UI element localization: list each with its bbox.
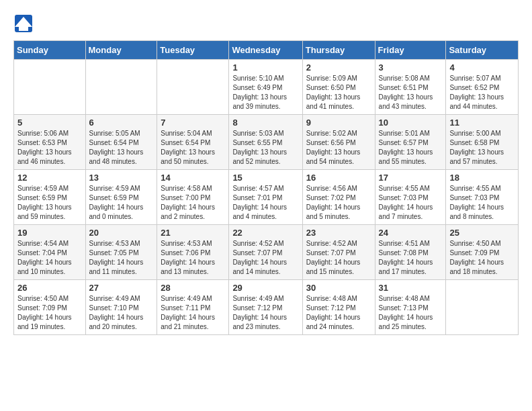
day-cell	[446, 280, 519, 335]
day-info: Sunrise: 4:59 AM Sunset: 6:59 PM Dayligh…	[17, 185, 72, 220]
day-number: 26	[17, 283, 82, 293]
day-cell: 2Sunrise: 5:09 AM Sunset: 6:50 PM Daylig…	[302, 60, 375, 115]
logo-icon	[13, 13, 34, 34]
day-info: Sunrise: 5:00 AM Sunset: 6:58 PM Dayligh…	[449, 130, 504, 165]
day-cell: 30Sunrise: 4:48 AM Sunset: 7:12 PM Dayli…	[302, 280, 375, 335]
day-cell	[157, 60, 229, 115]
day-info: Sunrise: 5:07 AM Sunset: 6:52 PM Dayligh…	[449, 75, 504, 110]
day-info: Sunrise: 4:55 AM Sunset: 7:03 PM Dayligh…	[449, 185, 504, 220]
day-number: 10	[379, 118, 443, 128]
day-number: 6	[89, 118, 154, 128]
day-number: 5	[17, 118, 82, 128]
day-number: 11	[449, 118, 515, 128]
day-cell: 31Sunrise: 4:48 AM Sunset: 7:13 PM Dayli…	[375, 280, 446, 335]
header-cell-sunday: Sunday	[14, 41, 86, 60]
day-cell: 24Sunrise: 4:51 AM Sunset: 7:08 PM Dayli…	[375, 225, 446, 280]
day-cell: 14Sunrise: 4:58 AM Sunset: 7:00 PM Dayli…	[157, 170, 229, 225]
page-header	[13, 13, 519, 34]
header-cell-monday: Monday	[85, 41, 157, 60]
day-info: Sunrise: 5:05 AM Sunset: 6:54 PM Dayligh…	[89, 130, 144, 165]
day-info: Sunrise: 4:48 AM Sunset: 7:13 PM Dayligh…	[379, 295, 433, 330]
day-info: Sunrise: 4:50 AM Sunset: 7:09 PM Dayligh…	[449, 240, 504, 275]
day-number: 4	[449, 62, 515, 73]
day-number: 2	[306, 62, 371, 73]
day-cell: 13Sunrise: 4:59 AM Sunset: 6:59 PM Dayli…	[85, 170, 157, 225]
day-cell: 1Sunrise: 5:10 AM Sunset: 6:49 PM Daylig…	[229, 60, 302, 115]
day-cell: 18Sunrise: 4:55 AM Sunset: 7:03 PM Dayli…	[446, 170, 519, 225]
day-cell	[85, 60, 157, 115]
day-cell: 5Sunrise: 5:06 AM Sunset: 6:53 PM Daylig…	[14, 115, 86, 170]
day-number: 31	[379, 283, 443, 293]
week-row-2: 5Sunrise: 5:06 AM Sunset: 6:53 PM Daylig…	[14, 115, 519, 170]
day-cell: 22Sunrise: 4:52 AM Sunset: 7:07 PM Dayli…	[229, 225, 302, 280]
day-cell: 12Sunrise: 4:59 AM Sunset: 6:59 PM Dayli…	[14, 170, 86, 225]
header-row: SundayMondayTuesdayWednesdayThursdayFrid…	[14, 41, 519, 60]
day-info: Sunrise: 4:49 AM Sunset: 7:10 PM Dayligh…	[89, 295, 144, 330]
day-number: 24	[379, 228, 443, 238]
day-info: Sunrise: 4:50 AM Sunset: 7:09 PM Dayligh…	[17, 295, 72, 330]
day-info: Sunrise: 4:56 AM Sunset: 7:02 PM Dayligh…	[306, 185, 361, 220]
day-info: Sunrise: 4:54 AM Sunset: 7:04 PM Dayligh…	[17, 240, 72, 275]
day-cell: 21Sunrise: 4:53 AM Sunset: 7:06 PM Dayli…	[157, 225, 229, 280]
header-cell-thursday: Thursday	[302, 41, 375, 60]
day-info: Sunrise: 5:10 AM Sunset: 6:49 PM Dayligh…	[232, 75, 287, 110]
day-info: Sunrise: 4:51 AM Sunset: 7:08 PM Dayligh…	[379, 240, 433, 275]
day-cell: 7Sunrise: 5:04 AM Sunset: 6:54 PM Daylig…	[157, 115, 229, 170]
week-row-4: 19Sunrise: 4:54 AM Sunset: 7:04 PM Dayli…	[14, 225, 519, 280]
day-number: 16	[306, 173, 371, 183]
day-info: Sunrise: 4:49 AM Sunset: 7:11 PM Dayligh…	[161, 295, 215, 330]
day-info: Sunrise: 5:02 AM Sunset: 6:56 PM Dayligh…	[306, 130, 361, 165]
header-cell-saturday: Saturday	[446, 41, 519, 60]
header-cell-friday: Friday	[375, 41, 446, 60]
day-number: 17	[379, 173, 443, 183]
day-info: Sunrise: 5:06 AM Sunset: 6:53 PM Dayligh…	[17, 130, 72, 165]
day-number: 21	[161, 228, 225, 238]
day-info: Sunrise: 4:53 AM Sunset: 7:06 PM Dayligh…	[161, 240, 215, 275]
day-info: Sunrise: 5:01 AM Sunset: 6:57 PM Dayligh…	[379, 130, 433, 165]
day-number: 25	[449, 228, 515, 238]
day-cell	[14, 60, 86, 115]
header-cell-wednesday: Wednesday	[229, 41, 302, 60]
day-cell: 20Sunrise: 4:53 AM Sunset: 7:05 PM Dayli…	[85, 225, 157, 280]
week-row-5: 26Sunrise: 4:50 AM Sunset: 7:09 PM Dayli…	[14, 280, 519, 335]
day-info: Sunrise: 5:08 AM Sunset: 6:51 PM Dayligh…	[379, 75, 433, 110]
day-number: 3	[379, 62, 443, 73]
day-info: Sunrise: 5:09 AM Sunset: 6:50 PM Dayligh…	[306, 75, 361, 110]
day-cell: 10Sunrise: 5:01 AM Sunset: 6:57 PM Dayli…	[375, 115, 446, 170]
day-cell: 6Sunrise: 5:05 AM Sunset: 6:54 PM Daylig…	[85, 115, 157, 170]
day-info: Sunrise: 4:52 AM Sunset: 7:07 PM Dayligh…	[232, 240, 287, 275]
day-number: 18	[449, 173, 515, 183]
day-number: 14	[161, 173, 225, 183]
day-number: 15	[232, 173, 298, 183]
day-cell: 15Sunrise: 4:57 AM Sunset: 7:01 PM Dayli…	[229, 170, 302, 225]
day-cell: 4Sunrise: 5:07 AM Sunset: 6:52 PM Daylig…	[446, 60, 519, 115]
day-number: 12	[17, 173, 82, 183]
day-number: 30	[306, 283, 371, 293]
calendar-table: SundayMondayTuesdayWednesdayThursdayFrid…	[13, 40, 519, 335]
day-cell: 25Sunrise: 4:50 AM Sunset: 7:09 PM Dayli…	[446, 225, 519, 280]
day-cell: 9Sunrise: 5:02 AM Sunset: 6:56 PM Daylig…	[302, 115, 375, 170]
day-info: Sunrise: 5:04 AM Sunset: 6:54 PM Dayligh…	[161, 130, 215, 165]
day-cell: 19Sunrise: 4:54 AM Sunset: 7:04 PM Dayli…	[14, 225, 86, 280]
calendar-body: 1Sunrise: 5:10 AM Sunset: 6:49 PM Daylig…	[14, 60, 519, 335]
day-info: Sunrise: 4:57 AM Sunset: 7:01 PM Dayligh…	[232, 185, 287, 220]
day-cell: 3Sunrise: 5:08 AM Sunset: 6:51 PM Daylig…	[375, 60, 446, 115]
day-number: 22	[232, 228, 298, 238]
week-row-1: 1Sunrise: 5:10 AM Sunset: 6:49 PM Daylig…	[14, 60, 519, 115]
day-cell: 29Sunrise: 4:49 AM Sunset: 7:12 PM Dayli…	[229, 280, 302, 335]
day-number: 19	[17, 228, 82, 238]
day-info: Sunrise: 4:52 AM Sunset: 7:07 PM Dayligh…	[306, 240, 361, 275]
week-row-3: 12Sunrise: 4:59 AM Sunset: 6:59 PM Dayli…	[14, 170, 519, 225]
calendar-header: SundayMondayTuesdayWednesdayThursdayFrid…	[14, 41, 519, 60]
day-info: Sunrise: 4:55 AM Sunset: 7:03 PM Dayligh…	[379, 185, 433, 220]
day-info: Sunrise: 4:58 AM Sunset: 7:00 PM Dayligh…	[161, 185, 215, 220]
day-number: 9	[306, 118, 371, 128]
day-number: 7	[161, 118, 225, 128]
day-number: 29	[232, 283, 298, 293]
header-cell-tuesday: Tuesday	[157, 41, 229, 60]
day-cell: 26Sunrise: 4:50 AM Sunset: 7:09 PM Dayli…	[14, 280, 86, 335]
day-number: 8	[232, 118, 298, 128]
day-cell: 27Sunrise: 4:49 AM Sunset: 7:10 PM Dayli…	[85, 280, 157, 335]
svg-rect-2	[19, 27, 28, 31]
day-cell: 8Sunrise: 5:03 AM Sunset: 6:55 PM Daylig…	[229, 115, 302, 170]
